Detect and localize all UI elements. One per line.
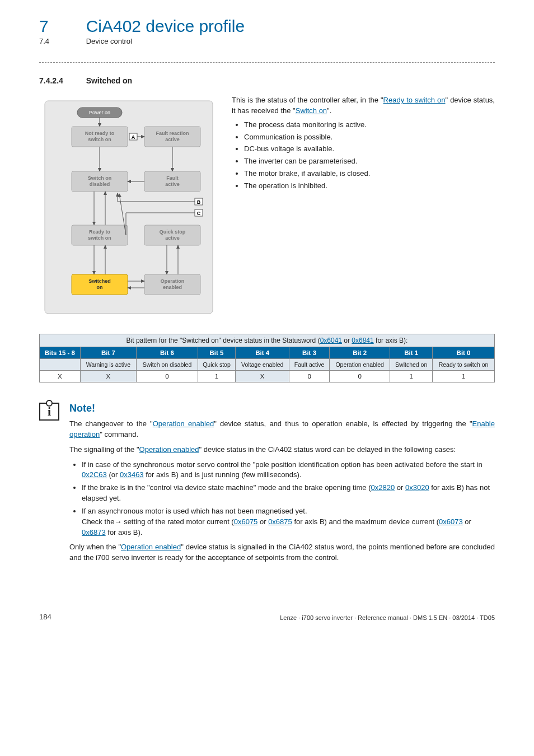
link-0x6875[interactable]: 0x6875 <box>268 517 292 526</box>
col-header: Bit 3 <box>289 347 330 359</box>
bit-pattern-table: Bit pattern for the "Switched on" device… <box>39 334 495 382</box>
svg-text:Quick stop: Quick stop <box>160 229 186 235</box>
svg-text:Power on: Power on <box>89 110 110 115</box>
chapter-title: CiA402 device profile <box>86 17 245 36</box>
col-header: Bit 6 <box>137 347 198 359</box>
section-title: Device control <box>86 37 132 45</box>
svg-text:switch on: switch on <box>88 137 111 142</box>
link-0x2c63[interactable]: 0x2C63 <box>82 470 107 479</box>
bit-label: Switch on disabled <box>137 359 198 371</box>
list-item: The operation is inhibited. <box>244 181 495 192</box>
svg-text:Switch on: Switch on <box>88 175 112 181</box>
link-0x6075[interactable]: 0x6075 <box>234 517 258 526</box>
link-switch-on[interactable]: Switch on <box>296 106 327 115</box>
bit-value: X <box>236 371 289 382</box>
svg-text:switch on: switch on <box>88 235 111 241</box>
svg-text:Ready to: Ready to <box>89 229 111 235</box>
bit-label: Warning is active <box>80 359 137 371</box>
list-item: If in case of the synchronous motor serv… <box>82 460 495 481</box>
svg-text:active: active <box>165 181 180 187</box>
svg-text:enabled: enabled <box>163 284 182 290</box>
bit-label: Ready to switch on <box>433 359 495 371</box>
svg-text:B: B <box>197 199 201 205</box>
svg-text:Fault: Fault <box>166 175 179 181</box>
col-header: Bit 1 <box>390 347 433 359</box>
link-0x3020[interactable]: 0x3020 <box>405 483 429 492</box>
bit-label: Voltage enabled <box>236 359 289 371</box>
bit-value: 0 <box>330 371 390 382</box>
col-header: Bit 2 <box>330 347 390 359</box>
col-header: Bit 4 <box>236 347 289 359</box>
link-0x3463[interactable]: 0x3463 <box>120 470 144 479</box>
divider <box>39 62 495 63</box>
state-diagram: Power on Not ready to switch on Fault re… <box>39 95 218 319</box>
subsection-heading: 7.4.2.4 Switched on <box>39 76 495 85</box>
link-0x6073[interactable]: 0x6073 <box>439 517 463 526</box>
info-icon: i <box>39 403 59 421</box>
page-number: 184 <box>39 613 51 621</box>
link-operation-enabled[interactable]: Operation enabled <box>121 543 181 551</box>
bit-value: X <box>40 371 81 382</box>
col-header: Bits 15 - 8 <box>40 347 81 359</box>
link-operation-enabled[interactable]: Operation enabled <box>139 445 199 454</box>
svg-text:C: C <box>197 211 201 216</box>
bit-value: X <box>80 371 137 382</box>
list-item: The process data monitoring is active. <box>244 120 495 130</box>
bit-value: 0 <box>289 371 330 382</box>
list-item: The motor brake, if available, is closed… <box>244 169 495 179</box>
description: This is the status of the controller aft… <box>232 95 495 193</box>
bit-label: Switched on <box>390 359 433 371</box>
svg-text:active: active <box>165 137 180 142</box>
link-operation-enabled[interactable]: Operation enabled <box>153 419 214 428</box>
note-title: Note! <box>69 403 495 414</box>
bit-value: 1 <box>390 371 433 382</box>
svg-text:Switched: Switched <box>88 278 111 284</box>
svg-text:on: on <box>97 284 103 290</box>
bit-label: Quick stop <box>198 359 235 371</box>
bit-value: 1 <box>198 371 235 382</box>
col-header: Bit 5 <box>198 347 235 359</box>
svg-text:disabled: disabled <box>90 181 110 187</box>
svg-text:A: A <box>132 134 135 140</box>
note-block: i Note! The changeover to the "Operation… <box>39 403 495 568</box>
page-header: 7 CiA402 device profile 7.4 Device contr… <box>39 17 495 45</box>
list-item: If an asynchronous motor is used which h… <box>82 506 495 538</box>
col-header: Bit 0 <box>433 347 495 359</box>
list-item: DC-bus voltage is available. <box>244 144 495 155</box>
subsection-title: Switched on <box>86 76 132 85</box>
subsection-number: 7.4.2.4 <box>39 76 84 85</box>
svg-text:Not ready to: Not ready to <box>85 130 115 136</box>
section-number: 7.4 <box>39 37 84 45</box>
link-0x6841[interactable]: 0x6841 <box>352 337 373 344</box>
bit-value: 1 <box>433 371 495 382</box>
link-ready-to-switch-on[interactable]: Ready to switch on <box>383 96 446 104</box>
list-item: If the brake is in the "control via devi… <box>82 483 495 504</box>
list-item: The inverter can be parameterised. <box>244 156 495 167</box>
bit-label: Fault active <box>289 359 330 371</box>
svg-text:Fault reaction: Fault reaction <box>156 130 189 136</box>
list-item: Communication is possible. <box>244 132 495 143</box>
bit-value: 0 <box>137 371 198 382</box>
footer-info: Lenze · i700 servo inverter · Reference … <box>280 614 495 621</box>
bit-label <box>40 359 81 371</box>
page-footer: 184 Lenze · i700 servo inverter · Refere… <box>39 613 495 621</box>
col-header: Bit 7 <box>80 347 137 359</box>
svg-text:active: active <box>165 235 180 241</box>
chapter-number: 7 <box>39 17 84 36</box>
intro-text: This is the status of the controller aft… <box>232 96 383 104</box>
link-0x2820[interactable]: 0x2820 <box>371 483 395 492</box>
link-0x6041[interactable]: 0x6041 <box>320 337 342 344</box>
bit-label: Operation enabled <box>330 359 390 371</box>
svg-text:Operation: Operation <box>161 278 185 284</box>
link-0x6873[interactable]: 0x6873 <box>82 528 106 536</box>
status-bullet-list: The process data monitoring is active. C… <box>232 120 495 192</box>
